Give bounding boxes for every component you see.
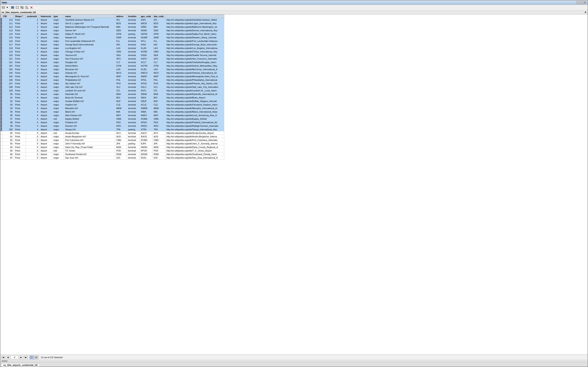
- table-row[interactable]: 104Point3AirportmajorOrlando Int'lMCOter…: [0, 71, 224, 75]
- table-row[interactable]: 107Point3AirportmajorSky Harbor Int'lPHX…: [0, 82, 224, 85]
- table-row[interactable]: 105Point3AirportmajorMinneapolis St. Pau…: [0, 75, 224, 78]
- record-number-input[interactable]: [11, 356, 18, 359]
- minimize-button[interactable]: −: [576, 1, 579, 4]
- fid-cell: 81: [2, 135, 14, 138]
- gps_code-cell: KBNA: [140, 92, 152, 96]
- unselect-all-button[interactable]: [15, 5, 19, 10]
- type-header[interactable]: type: [52, 15, 64, 18]
- table-row[interactable]: 90Point4AirportmajorNashville Int'lBNAte…: [0, 92, 224, 96]
- featurecla-cell: Airport: [40, 121, 52, 124]
- iata_code-cell: CLT: [152, 60, 165, 64]
- table-row[interactable]: 116Point2AirportmajorFort Lauderdale Hol…: [0, 39, 224, 43]
- scroll-thumb[interactable]: [1, 360, 8, 362]
- type-cell: major: [52, 46, 64, 50]
- gps_code-cell: KMSP: [140, 75, 152, 78]
- table-row[interactable]: 106Point3AirportmajorPhiladelphia Int'lP…: [0, 78, 224, 82]
- shape-header[interactable]: Shape *: [14, 15, 26, 18]
- location-cell: terminal: [127, 138, 140, 142]
- maximize-button[interactable]: □: [580, 1, 583, 4]
- first-record-button[interactable]: |◀: [1, 356, 5, 359]
- select-by-button[interactable]: [25, 5, 29, 10]
- table-row[interactable]: 86Point5AirportmajorSouthwest Florida In…: [0, 152, 224, 156]
- wikipedia-cell: http://en.wikipedia.org/wiki/T._F._Green…: [165, 149, 224, 152]
- table-row[interactable]: 110Point2AirportmajorHartsfield-Jackson …: [0, 18, 224, 22]
- table-row[interactable]: 118Point2AirportmajorLos Angeles Int'lLA…: [0, 46, 224, 50]
- close-button[interactable]: ✕: [583, 1, 587, 4]
- table-row[interactable]: 99Point4AirportmajorDurham Int'lRDUtermi…: [0, 124, 224, 128]
- iata-code-header[interactable]: iata_code: [152, 15, 165, 18]
- location-cell: terminal: [127, 145, 140, 149]
- abbrev-cell: JFK: [115, 142, 127, 145]
- gps_code-cell: KCMH: [140, 138, 152, 142]
- table-row[interactable]: 119Point2AirportmajorChicago O'Hare Int'…: [0, 50, 224, 53]
- table-row[interactable]: 101Point3AirportmajorDouglas Int'lCLTter…: [0, 60, 224, 64]
- table-row[interactable]: 83Point5AirportmajorJohn F Kennedy Int'l…: [0, 142, 224, 145]
- table-row[interactable]: 111Point2AirportmajorGen E L Logan Int'l…: [0, 22, 224, 25]
- next-record-button[interactable]: ▶: [19, 356, 23, 359]
- layer-close-button[interactable]: ✕: [584, 11, 587, 14]
- table-row[interactable]: 84Point5AirportmajorDane Cty. Reg. (Trua…: [0, 145, 224, 149]
- name-cell: Detroit Metro: [64, 64, 115, 67]
- name-cell: Nashville Int'l: [64, 92, 115, 96]
- last-record-button[interactable]: ▶|: [24, 356, 28, 359]
- fid-cell: 106: [2, 78, 14, 82]
- gps_code-cell: KSEA: [140, 53, 152, 57]
- location-cell: terminal: [127, 124, 140, 128]
- table-row[interactable]: 121Point2AirportmajorSan Francisco Int'l…: [0, 57, 224, 60]
- table-row[interactable]: 85Point5AirportmidT.F. GreenPVDterminalK…: [0, 149, 224, 152]
- table-row[interactable]: 93Point4AirportmajorHopkins Int'lCLEterm…: [0, 103, 224, 107]
- table-icon: [2, 6, 5, 9]
- dropdown-button[interactable]: ▼: [6, 5, 9, 10]
- shape-cell: Point: [14, 152, 26, 156]
- scrollbar-h[interactable]: [0, 360, 588, 362]
- scalerank-header[interactable]: scalerank: [26, 15, 40, 18]
- featurecla-header[interactable]: featurecla: [40, 15, 52, 18]
- table-row[interactable]: 102Point3AirportmajorDetroit MetroDTWter…: [0, 64, 224, 67]
- scalerank-cell: 2: [26, 53, 40, 57]
- table-view-button[interactable]: [29, 355, 34, 359]
- list-view-button[interactable]: [34, 355, 39, 359]
- table-row[interactable]: 92Point4AirportmajorGreater Buffalo Int'…: [0, 100, 224, 103]
- name-header[interactable]: name: [64, 15, 115, 18]
- abbrev-header[interactable]: abbrev: [115, 15, 127, 18]
- table-row[interactable]: 113Point2AirportmajorDenver Int'lDENterm…: [0, 29, 224, 32]
- table-row[interactable]: 117Point2AirportmajorGeorge Bush Interco…: [0, 43, 224, 46]
- table-row[interactable]: 82Point5AirportmajorPort Columbus Int'lC…: [0, 138, 224, 142]
- table-row[interactable]: 80Point5AirportmidArcata-EurekaACVtermin…: [0, 131, 224, 135]
- layer-tab[interactable]: ne_10m_airports_continental_US: [1, 363, 40, 367]
- table-row[interactable]: 97Point4AirportmidEppley AirfieldOMAterm…: [0, 117, 224, 121]
- table-row[interactable]: 120Point2AirportmajorTacoma Int'lSEAterm…: [0, 53, 224, 57]
- featurecla-cell: Airport: [40, 89, 52, 92]
- table-row[interactable]: 91Point4AirportmajorBoise Air TerminalBO…: [0, 96, 224, 100]
- name-cell: Tacoma Int'l: [64, 53, 115, 57]
- location-header[interactable]: location: [127, 15, 140, 18]
- table-row[interactable]: 112Point2AirportmajorBaltimore-Washingto…: [0, 25, 224, 29]
- table-row[interactable]: 81Point5AirportmajorAustin-Bergstrom Int…: [0, 135, 224, 138]
- gps-code-header[interactable]: gps_code: [140, 15, 152, 18]
- table-row[interactable]: 98Point4AirportmajorPortland Int'lPDXter…: [0, 121, 224, 124]
- table-row[interactable]: 108Point3AirportmajorSalt Lake City Int'…: [0, 85, 224, 89]
- table-row[interactable]: 87Point5AirportmajorSan Jose Int'lSJCter…: [0, 156, 224, 159]
- switch-selection-button[interactable]: [20, 5, 24, 10]
- table-row[interactable]: 100Point4AirportmajorTampa Int'lTPAparki…: [0, 128, 224, 131]
- select-all-button[interactable]: [10, 5, 15, 10]
- featurecla-cell: Airport: [40, 103, 52, 107]
- table-row[interactable]: 115Point2AirportmajorNewark Int'lEWRterm…: [0, 36, 224, 39]
- location-cell: terminal: [127, 117, 140, 121]
- table-row[interactable]: 114Point2AirportmajorDallas-Ft. Worth In…: [0, 32, 224, 36]
- delete-button[interactable]: [29, 5, 34, 10]
- name-cell: Gen E L Logan Int'l: [64, 22, 115, 25]
- prev-record-button[interactable]: ◀: [6, 356, 10, 359]
- table-container[interactable]: FID Shape * scalerank featurecla type na…: [0, 15, 588, 354]
- table-options-button[interactable]: [1, 5, 6, 10]
- table-row[interactable]: 96Point4AirportmajorNew Orleans Int'lMSY…: [0, 114, 224, 117]
- wikipedia-header[interactable]: [165, 15, 224, 18]
- table-row[interactable]: 94Point4AirportmajorMemphis Int'lMEMterm…: [0, 107, 224, 110]
- shape-cell: Point: [14, 107, 26, 110]
- table-row[interactable]: 109Point3AirportmajorLambert St Louis In…: [0, 89, 224, 92]
- fid-header[interactable]: FID: [2, 15, 14, 18]
- table-row[interactable]: 95Point4AirportmajorMiami Int'lMIAtermin…: [0, 110, 224, 114]
- table-row[interactable]: 103Point3AirportmajorMccarran Int'lLASte…: [0, 67, 224, 71]
- featurecla-cell: Airport: [40, 131, 52, 135]
- fid-cell: 87: [2, 156, 14, 159]
